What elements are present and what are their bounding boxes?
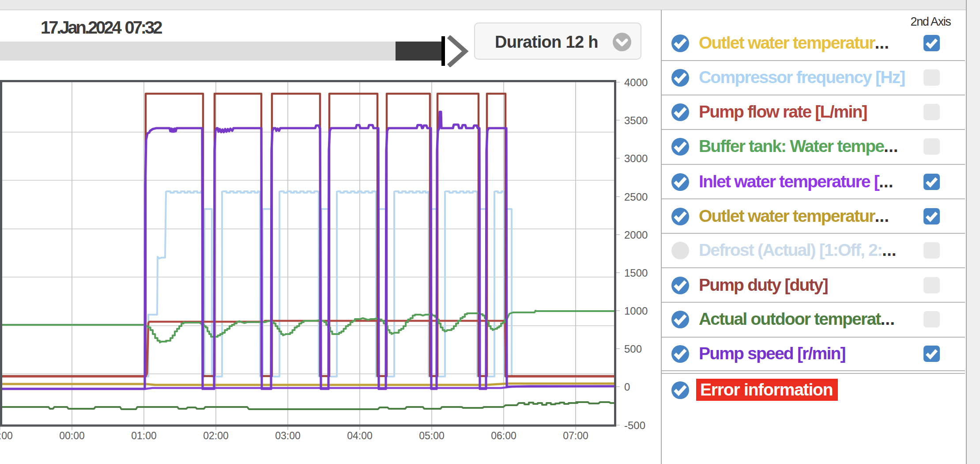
svg-text:02:00: 02:00 — [203, 430, 229, 441]
svg-text:06:00: 06:00 — [491, 430, 516, 441]
svg-text:03:00: 03:00 — [275, 430, 301, 441]
svg-text:1500: 1500 — [624, 267, 648, 279]
svg-text:3000: 3000 — [624, 152, 648, 164]
svg-text:01:00: 01:00 — [131, 430, 157, 441]
svg-text:05:00: 05:00 — [419, 430, 445, 441]
svg-text:07:00: 07:00 — [563, 430, 588, 441]
svg-text:00:00: 00:00 — [59, 430, 85, 441]
svg-text:1000: 1000 — [624, 305, 648, 317]
svg-text:0: 0 — [624, 381, 630, 393]
svg-text:2000: 2000 — [624, 229, 648, 241]
svg-text:4000: 4000 — [624, 76, 648, 88]
svg-text:2500: 2500 — [624, 191, 648, 203]
svg-text:-500: -500 — [624, 419, 645, 431]
svg-text:3500: 3500 — [624, 114, 648, 126]
svg-text:23:00: 23:00 — [0, 430, 13, 441]
svg-text:500: 500 — [624, 343, 642, 355]
svg-text:04:00: 04:00 — [347, 430, 373, 441]
